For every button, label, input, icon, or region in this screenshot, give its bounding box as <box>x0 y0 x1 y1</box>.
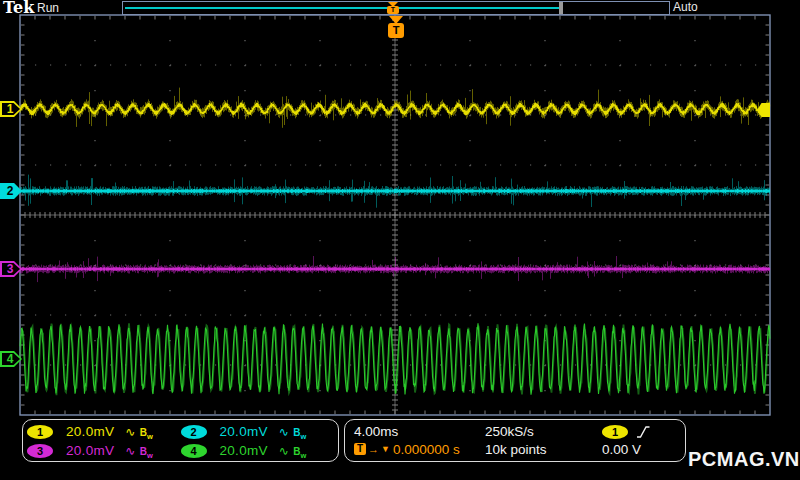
arrow-right-icon: → <box>368 443 379 455</box>
waveform-display <box>0 0 800 480</box>
bandwidth-limit-icon: Bw <box>140 427 153 438</box>
channel-2-marker[interactable]: 2 <box>0 183 22 199</box>
trigger-source[interactable]: 1 <box>602 425 685 439</box>
ac-coupling-icon: ∿ <box>279 425 289 439</box>
channel-4-readout[interactable]: 4 20.0mV ∿ Bw <box>181 441 335 460</box>
watermark: PCMAG.VN <box>688 448 800 471</box>
bandwidth-limit-icon: Bw <box>293 427 306 438</box>
rising-edge-icon <box>636 425 651 439</box>
channel-1-scale: 20.0mV <box>66 424 114 439</box>
channel-1-readout[interactable]: 1 20.0mV ∿ Bw <box>27 422 181 441</box>
trigger-position-value: 0.000000 s <box>393 442 460 457</box>
ac-coupling-icon: ∿ <box>125 444 135 458</box>
channel-readout-box: 1 20.0mV ∿ Bw 2 20.0mV ∿ Bw 3 20.0mV ∿ B… <box>22 419 339 462</box>
horizontal-scale[interactable]: 4.00ms <box>354 424 485 439</box>
channel-1-badge: 1 <box>27 425 53 439</box>
channel-3-scale: 20.0mV <box>66 443 114 458</box>
channel-3-badge: 3 <box>27 444 53 458</box>
bandwidth-limit-icon: Bw <box>293 446 306 457</box>
sample-rate: 250kS/s <box>485 424 602 439</box>
trigger-source-badge: 1 <box>602 425 628 439</box>
trigger-t-icon: T <box>388 23 404 38</box>
trigger-position-flag[interactable]: T <box>388 16 404 38</box>
bandwidth-limit-icon: Bw <box>140 446 153 457</box>
channel-4-badge: 4 <box>181 444 207 458</box>
channel-1-marker-label: 1 <box>4 101 16 117</box>
channel-3-marker[interactable]: 3 <box>0 261 22 277</box>
channel-2-badge: 2 <box>181 425 207 439</box>
horizontal-trigger-box: 4.00ms 250kS/s 1 T → ▼ 0.000000 s 10k po… <box>344 419 686 462</box>
channel-2-readout[interactable]: 2 20.0mV ∿ Bw <box>181 422 335 441</box>
channel-2-marker-label: 2 <box>4 183 16 199</box>
trigger-position-readout[interactable]: T → ▼ 0.000000 s <box>354 442 485 457</box>
channel-3-readout[interactable]: 3 20.0mV ∿ Bw <box>27 441 181 460</box>
triangle-down-icon: ▼ <box>381 444 390 454</box>
channel-2-scale: 20.0mV <box>220 424 268 439</box>
channel-4-marker[interactable]: 4 <box>0 351 22 367</box>
ac-coupling-icon: ∿ <box>279 444 289 458</box>
oscilloscope-screen: Tek Run T Auto T 1 2 3 4 1 20.0mV <box>0 0 800 480</box>
trigger-t-icon: T <box>354 443 366 455</box>
trigger-level-value[interactable]: 0.00 V <box>602 442 685 457</box>
channel-3-marker-label: 3 <box>4 261 16 277</box>
record-length: 10k points <box>485 442 602 457</box>
channel-1-marker[interactable]: 1 <box>0 101 22 117</box>
ac-coupling-icon: ∿ <box>125 425 135 439</box>
channel-4-scale: 20.0mV <box>220 443 268 458</box>
channel-4-marker-label: 4 <box>4 351 16 367</box>
